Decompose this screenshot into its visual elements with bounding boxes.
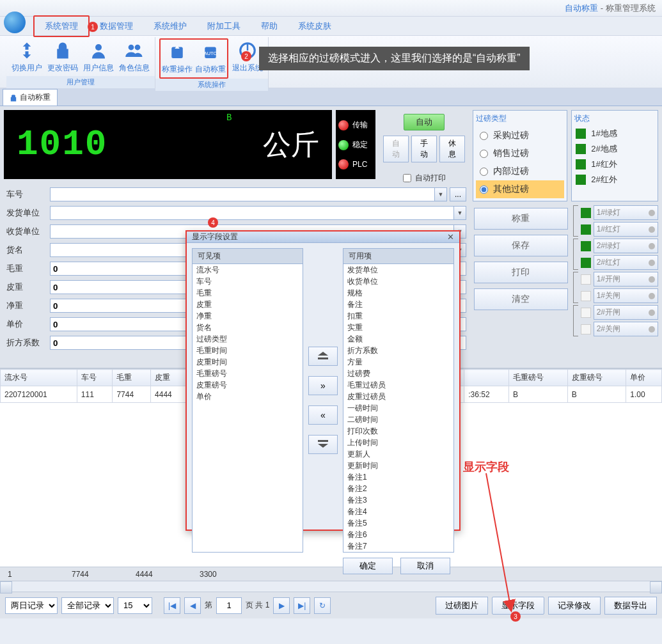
light-2#开闸[interactable]: 2#开闸 <box>581 305 658 320</box>
nav-prev[interactable]: ◀ <box>184 597 201 614</box>
list-item[interactable]: 更新人 <box>343 448 453 460</box>
visible-list[interactable]: 流水号车号毛重皮重净重货名过磅类型毛重时间皮重时间毛重磅号皮重磅号单价 <box>192 263 303 553</box>
radio-其他过磅[interactable]: 其他过磅 <box>476 180 564 198</box>
radio-销售过磅[interactable]: 销售过磅 <box>476 145 564 162</box>
list-item[interactable]: 备注3 <box>343 494 453 506</box>
list-item[interactable]: 备注1 <box>343 471 453 483</box>
list-item[interactable]: 扣重 <box>343 310 453 322</box>
list-item[interactable]: 皮重 <box>193 299 303 310</box>
list-item[interactable]: 过磅费 <box>343 368 453 379</box>
list-item[interactable]: 规格 <box>343 287 453 299</box>
nav-last[interactable]: ▶| <box>294 597 310 614</box>
btn-user-info[interactable]: 用户信息 <box>82 38 115 76</box>
list-item[interactable]: 实重 <box>343 322 453 333</box>
tab-auto-weigh[interactable]: 自动称重 <box>3 89 58 106</box>
list-item[interactable]: 二磅时间 <box>343 414 453 425</box>
btn-mode-rest[interactable]: 休息 <box>439 136 465 162</box>
btn-ok[interactable]: 确定 <box>343 558 393 574</box>
list-item[interactable]: 备注6 <box>343 529 453 540</box>
list-item[interactable]: 金额 <box>343 333 453 345</box>
input-发货单位[interactable] <box>50 206 454 220</box>
btn-move-right[interactable]: » <box>308 376 338 395</box>
status-稳定: 稳定 <box>338 139 373 150</box>
btn-move-down[interactable] <box>308 435 338 454</box>
list-item[interactable]: 毛重磅号 <box>193 368 303 379</box>
list-item[interactable]: 皮重过磅员 <box>343 391 453 402</box>
btn-edit-record[interactable]: 记录修改 <box>548 597 601 615</box>
nav-refresh[interactable]: ↻ <box>314 597 331 614</box>
btn-auto-weigh[interactable]: AUTO自动称重 <box>194 40 227 77</box>
list-item[interactable]: 备注4 <box>343 506 453 517</box>
close-icon[interactable]: ✕ <box>447 232 454 242</box>
page-size[interactable]: 15 <box>118 597 152 614</box>
input-车号[interactable] <box>50 187 435 201</box>
available-list[interactable]: 发货单位收货单位规格备注扣重实重金额折方系数方量过磅费毛重过磅员皮重过磅员一磅时… <box>343 263 454 553</box>
menu-help[interactable]: 帮助 <box>251 17 288 36</box>
list-item[interactable]: 备注7 <box>343 540 453 552</box>
badge-4: 4 <box>208 217 218 228</box>
list-item[interactable]: 车号 <box>193 276 303 287</box>
light-1#绿灯[interactable]: 1#绿灯 <box>581 205 658 220</box>
btn-保存[interactable]: 保存 <box>474 235 568 256</box>
svg-point-0 <box>95 44 102 51</box>
light-2#红灯[interactable]: 2#红灯 <box>581 255 658 270</box>
menu-tools[interactable]: 附加工具 <box>197 17 251 36</box>
list-item[interactable]: 一磅时间 <box>343 402 453 414</box>
badge-2: 2 <box>241 51 251 61</box>
btn-role-info[interactable]: 角色信息 <box>118 38 151 76</box>
list-item[interactable]: 过磅类型 <box>193 333 303 345</box>
btn-mode-manual[interactable]: 手动 <box>411 136 437 162</box>
list-item[interactable]: 单价 <box>193 391 303 402</box>
combo-btn[interactable]: ▼ <box>434 187 447 201</box>
list-item[interactable]: 更新时间 <box>343 460 453 471</box>
nav-first[interactable]: |◀ <box>164 597 180 614</box>
btn-清空[interactable]: 清空 <box>474 288 568 310</box>
dialog-title[interactable]: 显示字段设置 ✕ <box>187 232 459 243</box>
btn-打印[interactable]: 打印 <box>474 262 568 283</box>
list-item[interactable]: 备注2 <box>343 483 453 494</box>
btn-weigh-img[interactable]: 过磅图片 <box>436 597 488 615</box>
light-1#开闸[interactable]: 1#开闸 <box>581 272 658 287</box>
ellip-btn[interactable]: ... <box>450 187 466 201</box>
list-item[interactable]: 发货单位 <box>343 264 453 276</box>
list-item[interactable]: 折方系数 <box>343 345 453 356</box>
filter-date[interactable]: 两日记录 <box>5 597 58 614</box>
list-item[interactable]: 备注 <box>343 299 453 310</box>
list-item[interactable]: 收货单位 <box>343 276 453 287</box>
radio-采购过磅[interactable]: 采购过磅 <box>476 127 564 145</box>
btn-export[interactable]: 数据导出 <box>604 597 657 615</box>
page-input[interactable] <box>216 597 242 614</box>
list-item[interactable]: 流水号 <box>193 264 303 276</box>
list-item[interactable]: 皮重磅号 <box>193 379 303 391</box>
list-item[interactable]: 毛重过磅员 <box>343 379 453 391</box>
menu-skin[interactable]: 系统皮肤 <box>288 17 342 36</box>
list-item[interactable]: 备注5 <box>343 517 453 529</box>
list-item[interactable]: 净重 <box>193 310 303 322</box>
list-item[interactable]: 货名 <box>193 322 303 333</box>
menu-maint[interactable]: 系统维护 <box>143 17 197 36</box>
menu-system[interactable]: 系统管理 <box>33 15 90 37</box>
btn-move-up[interactable] <box>308 347 338 366</box>
btn-switch-user[interactable]: 切换用户 <box>10 38 43 76</box>
list-item[interactable]: 毛重 <box>193 287 303 299</box>
list-item[interactable]: 皮重时间 <box>193 356 303 368</box>
btn-mode-auto[interactable]: 自动 <box>383 136 409 162</box>
list-item[interactable]: 打印次数 <box>343 425 453 437</box>
combo-btn[interactable]: ▼ <box>453 206 466 220</box>
light-2#关闸[interactable]: 2#关闸 <box>581 322 658 336</box>
btn-move-left[interactable]: « <box>308 405 338 425</box>
list-item[interactable]: 毛重时间 <box>193 345 303 356</box>
radio-内部过磅[interactable]: 内部过磅 <box>476 162 564 180</box>
nav-next[interactable]: ▶ <box>273 597 290 614</box>
btn-weigh-op[interactable]: 称重操作 <box>161 40 194 77</box>
h-scrollbar[interactable] <box>0 581 662 592</box>
list-item[interactable]: 方量 <box>343 356 453 368</box>
light-1#关闸[interactable]: 1#关闸 <box>581 288 658 303</box>
light-2#绿灯[interactable]: 2#绿灯 <box>581 239 658 253</box>
light-1#红灯[interactable]: 1#红灯 <box>581 222 658 237</box>
btn-cancel[interactable]: 取消 <box>400 558 450 574</box>
btn-change-pwd[interactable]: 更改密码 <box>46 38 79 76</box>
btn-称重[interactable]: 称重 <box>474 208 568 230</box>
filter-all[interactable]: 全部记录 <box>61 597 114 614</box>
list-item[interactable]: 上传时间 <box>343 437 453 448</box>
